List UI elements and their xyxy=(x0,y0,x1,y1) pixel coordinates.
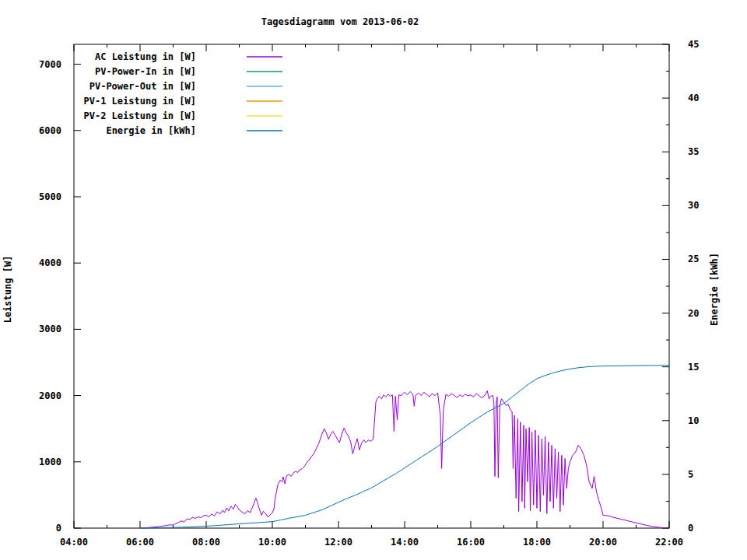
y-right-tick-label: 20 xyxy=(688,308,699,319)
legend-label: PV-1 Leistung in [W] xyxy=(84,96,197,107)
x-tick-label: 20:00 xyxy=(589,537,617,548)
y-right-tick-label: 10 xyxy=(688,415,699,426)
x-tick-label: 14:00 xyxy=(391,537,419,548)
y-axis-left-label: Leistung [W] xyxy=(2,256,13,324)
legend-label: PV-Power-Out in [W] xyxy=(89,81,196,92)
y-right-tick-label: 5 xyxy=(688,469,693,480)
x-tick-label: 08:00 xyxy=(192,537,220,548)
tagesdiagramm-chart: Tagesdiagramm vom 2013-06-02 Leistung [W… xyxy=(0,0,747,560)
x-tick-label: 04:00 xyxy=(60,537,88,548)
y-right-tick-label: 15 xyxy=(688,362,699,373)
x-tick-label: 06:00 xyxy=(126,537,154,548)
y-left-tick-label: 4000 xyxy=(39,257,61,268)
y-left-tick-label: 6000 xyxy=(39,125,61,136)
x-tick-label: 22:00 xyxy=(655,537,683,548)
y-right-tick-label: 35 xyxy=(688,146,699,157)
legend-label: PV-Power-In in [W] xyxy=(95,66,196,77)
series-line-energie-in-kwh xyxy=(140,366,669,528)
chart-canvas: Tagesdiagramm vom 2013-06-02 Leistung [W… xyxy=(0,0,747,560)
series-line-ac-leistung-in-w xyxy=(142,391,666,528)
y-axis-right-label: Energie [kWh] xyxy=(709,253,720,326)
y-left-tick-label: 0 xyxy=(56,523,61,534)
chart-title: Tagesdiagramm vom 2013-06-02 xyxy=(261,16,419,27)
y-right-tick-label: 25 xyxy=(688,254,699,264)
y-right-tick-label: 30 xyxy=(688,200,699,211)
y-left-tick-label: 2000 xyxy=(39,390,61,401)
y-right-tick-label: 0 xyxy=(688,523,693,534)
y-right-tick-label: 40 xyxy=(688,93,699,103)
x-tick-label: 16:00 xyxy=(457,537,485,548)
y-left-tick-label: 1000 xyxy=(39,457,61,467)
legend-label: Energie in [kWh] xyxy=(106,125,196,136)
y-left-tick-label: 7000 xyxy=(39,59,61,70)
y-left-tick-label: 3000 xyxy=(39,324,61,334)
legend-label: AC Leistung in [W] xyxy=(95,51,196,62)
x-tick-label: 18:00 xyxy=(523,537,551,548)
x-tick-label: 10:00 xyxy=(258,537,286,548)
y-right-tick-label: 45 xyxy=(688,39,699,50)
legend-label: PV-2 Leistung in [W] xyxy=(84,110,197,121)
x-tick-label: 12:00 xyxy=(324,537,352,548)
series-lines xyxy=(140,366,669,528)
y-left-tick-label: 5000 xyxy=(39,191,61,202)
chart-legend: AC Leistung in [W]PV-Power-In in [W]PV-P… xyxy=(84,51,283,136)
